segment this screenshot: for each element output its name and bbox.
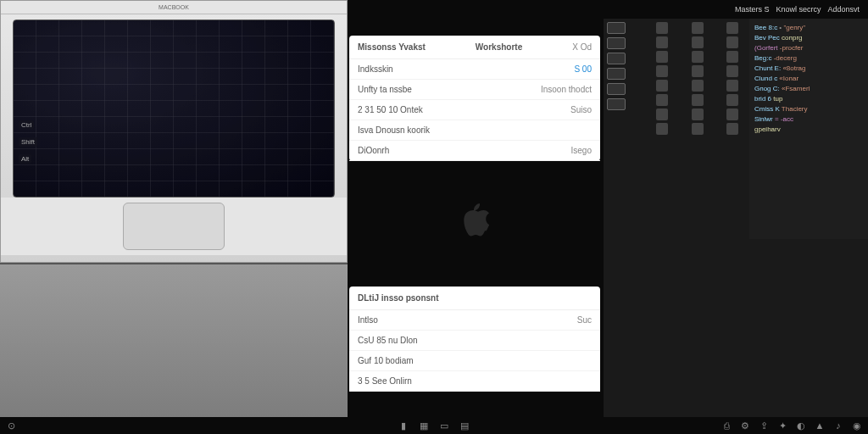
key-alt: Alt — [19, 154, 31, 164]
taskbar-tray-icon[interactable]: ♪ — [832, 420, 844, 431]
grid-icon[interactable] — [726, 65, 738, 77]
close-button[interactable]: X Od — [572, 42, 592, 52]
grid-icon[interactable] — [692, 22, 704, 34]
grid-icon[interactable] — [656, 36, 668, 48]
settings-row[interactable]: Isva Dnousn koorik — [349, 120, 600, 141]
code-line: Chunt E: «8otrag — [754, 64, 863, 72]
taskbar: ⊙ ▮▦▭▤ ⎙⚙⇪✦◐▲♪◉ — [0, 417, 868, 434]
laptop-brand: MACBOOK — [1, 1, 347, 14]
settings-row[interactable]: Unfty ta nssbeInsoon thodct — [349, 80, 600, 100]
trackpad — [123, 203, 225, 250]
grid-icon[interactable] — [692, 36, 704, 48]
settings-row[interactable]: 2 31 50 10 OntekSuiso — [349, 100, 600, 120]
grid-icon[interactable] — [726, 94, 738, 106]
apple-icon — [457, 202, 492, 246]
grid-icon[interactable] — [726, 22, 738, 34]
taskbar-app-icon[interactable]: ▮ — [398, 420, 409, 431]
grid-icon[interactable] — [726, 36, 738, 48]
key-shift: Shift — [19, 137, 37, 147]
menu-item[interactable]: Masters S — [735, 5, 770, 14]
code-line: Cmiss K Thaciery — [754, 105, 863, 113]
metal-surface — [0, 263, 348, 434]
settings-panel-top: Missonss Yvakst Workshorte X Od Indksski… — [349, 36, 600, 161]
code-line: brid 6 tup — [754, 95, 863, 103]
taskbar-tray-icon[interactable]: ⇪ — [758, 420, 770, 431]
settings-panel-bottom: DLtiJ insso psonsnt IntlsoSucCsU 85 nu D… — [349, 287, 600, 392]
doc-icon[interactable] — [607, 98, 626, 110]
grid-icon[interactable] — [656, 108, 668, 120]
grid-icon[interactable] — [726, 80, 738, 92]
settings-row[interactable]: DiOonrhIsego — [349, 141, 600, 161]
code-panel: Bee 8:c • "genry"Bev Pec conprg(Gorfert … — [749, 19, 868, 239]
grid-icon[interactable] — [656, 65, 668, 77]
code-line: Bev Pec conprg — [754, 34, 863, 42]
grid-icon[interactable] — [692, 94, 704, 106]
code-line: Beg:c -decerg — [754, 54, 863, 62]
key-ctrl: Ctrl — [19, 120, 34, 130]
taskbar-start[interactable]: ⊙ — [5, 420, 17, 431]
taskbar-app-icon[interactable]: ▦ — [418, 420, 430, 431]
code-line: gpeiharv — [754, 125, 863, 133]
grid-icon[interactable] — [656, 123, 668, 135]
settings-row[interactable]: IntlsoSuc — [349, 310, 600, 331]
taskbar-tray-icon[interactable]: ⎙ — [721, 420, 732, 431]
code-line: (Gorfert -procfer — [754, 44, 863, 52]
settings-row[interactable]: Guf 10 bodiam — [349, 351, 600, 371]
laptop-frame: MACBOOK Ctrl Shift Alt — [0, 0, 348, 263]
settings-row[interactable]: 3 5 See Onlirn — [349, 371, 600, 392]
grid-icon[interactable] — [692, 65, 704, 77]
grid-icon[interactable] — [692, 51, 704, 63]
taskbar-tray-icon[interactable]: ✦ — [776, 420, 788, 431]
doc-icon-column — [604, 19, 653, 417]
grid-icon[interactable] — [726, 108, 738, 120]
grid-icon[interactable] — [726, 51, 738, 63]
panel-title-left: Missonss Yvakst — [358, 42, 426, 52]
grid-icon[interactable] — [656, 80, 668, 92]
menu-item-right[interactable]: Addonsvt — [827, 5, 860, 14]
menu-item[interactable]: Knowl secrcy — [776, 5, 821, 14]
taskbar-app-icon[interactable]: ▤ — [459, 420, 470, 431]
panel-bot-title: DLtiJ insso psonsnt — [358, 293, 439, 303]
code-line: Clund c «Ionar — [754, 75, 863, 82]
settings-row[interactable]: IndksskinS 00 — [349, 59, 600, 80]
grid-icon[interactable] — [656, 22, 668, 34]
keyboard: Ctrl Shift Alt — [13, 19, 335, 198]
doc-icon[interactable] — [607, 22, 626, 34]
panel-title-right: Workshorte — [476, 42, 522, 52]
doc-icon[interactable] — [607, 37, 626, 49]
grid-icon[interactable] — [692, 123, 704, 135]
doc-icon[interactable] — [607, 68, 626, 80]
grid-icon[interactable] — [692, 80, 704, 92]
grid-icon[interactable] — [692, 108, 704, 120]
taskbar-tray-icon[interactable]: ◐ — [795, 420, 807, 431]
grid-icon[interactable] — [656, 94, 668, 106]
code-line: Sinlwr = -acc — [754, 115, 863, 123]
grid-icon[interactable] — [726, 123, 738, 135]
grid-icon[interactable] — [656, 51, 668, 63]
code-line: Gnog C: «Fsamerl — [754, 85, 863, 92]
doc-icon[interactable] — [607, 83, 626, 95]
taskbar-tray-icon[interactable]: ▲ — [814, 420, 826, 431]
taskbar-app-icon[interactable]: ▭ — [438, 420, 450, 431]
code-line: Bee 8:c • "genry" — [754, 24, 863, 31]
settings-row[interactable]: CsU 85 nu Dlon — [349, 331, 600, 351]
taskbar-tray-icon[interactable]: ◉ — [851, 420, 863, 431]
taskbar-tray-icon[interactable]: ⚙ — [739, 420, 751, 431]
doc-icon[interactable] — [607, 53, 626, 64]
